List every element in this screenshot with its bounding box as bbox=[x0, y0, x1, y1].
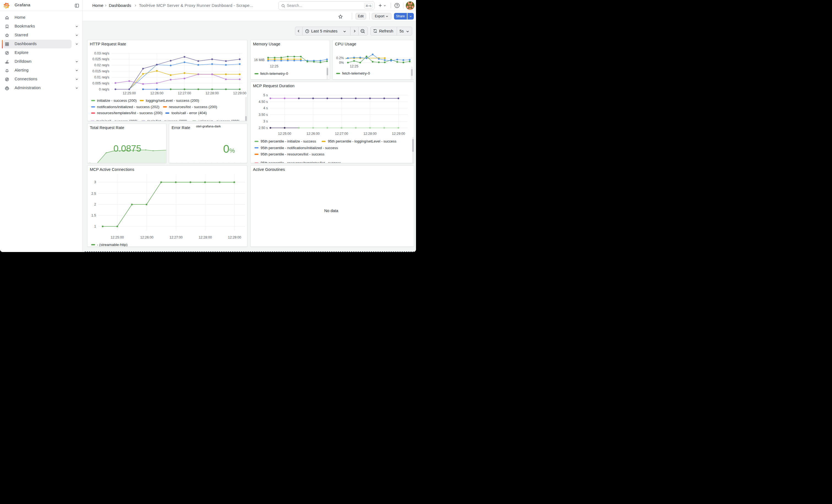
svg-text:initialize - success (200): initialize - success (200) bbox=[97, 99, 136, 103]
svg-text:No data: No data bbox=[324, 209, 338, 213]
svg-text:0.025 req/s: 0.025 req/s bbox=[92, 57, 109, 61]
svg-text:tools/call - error (404): tools/call - error (404) bbox=[172, 111, 207, 115]
svg-text:2: 2 bbox=[94, 203, 96, 206]
svg-text:fetch-telemetry-0: fetch-telemetry-0 bbox=[260, 72, 288, 76]
svg-text:12:28:00: 12:28:00 bbox=[363, 132, 376, 136]
svg-text:12:26:00: 12:26:00 bbox=[307, 132, 320, 136]
svg-text:0%: 0% bbox=[223, 142, 235, 155]
svg-text:12:26:00: 12:26:00 bbox=[140, 236, 153, 239]
svg-text:0.2%: 0.2% bbox=[336, 56, 344, 60]
svg-text:12:29:00: 12:29:00 bbox=[228, 236, 241, 239]
svg-text:12:27:00: 12:27:00 bbox=[170, 236, 183, 239]
svg-text:tools/list - success (200): tools/list - success (200) bbox=[147, 119, 187, 121]
svg-text:12:28:00: 12:28:00 bbox=[199, 236, 212, 239]
svg-text:12:27:00: 12:27:00 bbox=[178, 91, 191, 95]
svg-text:95th percentile - resources/li: 95th percentile - resources/list - succe… bbox=[261, 152, 324, 156]
svg-text:2.5: 2.5 bbox=[91, 192, 96, 195]
svg-text:0.01 req/s: 0.01 req/s bbox=[94, 75, 109, 79]
svg-text:12:27:00: 12:27:00 bbox=[335, 132, 348, 136]
svg-text:4 s: 4 s bbox=[263, 106, 268, 110]
svg-text:12:29:00: 12:29:00 bbox=[233, 91, 246, 95]
svg-text:0.02 req/s: 0.02 req/s bbox=[94, 63, 109, 67]
svg-text:fetch-telemetry-0: fetch-telemetry-0 bbox=[342, 71, 370, 75]
svg-text:95th percentile - logging/setL: 95th percentile - logging/setLevel - suc… bbox=[328, 139, 396, 143]
svg-text:3.50 s: 3.50 s bbox=[259, 113, 268, 117]
svg-text:resources/list - success (200): resources/list - success (200) bbox=[168, 105, 217, 109]
svg-text:logging/setLevel - success (20: logging/setLevel - success (200) bbox=[146, 99, 199, 103]
svg-text:otel-grafana-dark: otel-grafana-dark bbox=[196, 124, 220, 128]
svg-text:3: 3 bbox=[94, 180, 96, 184]
svg-text:0 req/s: 0 req/s bbox=[99, 87, 109, 91]
svg-text:0%: 0% bbox=[339, 61, 344, 65]
svg-text:2.50 s: 2.50 s bbox=[259, 126, 268, 130]
svg-text:12:25:00: 12:25:00 bbox=[111, 236, 124, 239]
svg-text:- (streamable-http): - (streamable-http) bbox=[97, 243, 127, 247]
svg-text:95th percentile - notification: 95th percentile - notifications/initiali… bbox=[261, 146, 338, 150]
svg-text:12:25:00: 12:25:00 bbox=[278, 132, 291, 136]
svg-text:12:25: 12:25 bbox=[270, 64, 279, 68]
svg-text:12:28:00: 12:28:00 bbox=[205, 91, 218, 95]
svg-text:12:29:00: 12:29:00 bbox=[392, 132, 405, 136]
svg-text:1: 1 bbox=[94, 224, 96, 228]
svg-text:0.005 req/s: 0.005 req/s bbox=[92, 81, 109, 85]
svg-text:tools/call - success (200): tools/call - success (200) bbox=[97, 119, 137, 121]
svg-text:5 s: 5 s bbox=[263, 93, 268, 97]
svg-text:12:25:00: 12:25:00 bbox=[123, 91, 136, 95]
svg-text:unknown - success (200): unknown - success (200) bbox=[198, 119, 239, 121]
svg-text:1.5: 1.5 bbox=[91, 213, 96, 217]
svg-text:3 s: 3 s bbox=[263, 120, 268, 123]
svg-text:95th percentile - resources/te: 95th percentile - resources/templates/li… bbox=[261, 161, 341, 163]
svg-text:12:26:00: 12:26:00 bbox=[150, 91, 163, 95]
svg-text:0.03 req/s: 0.03 req/s bbox=[94, 51, 109, 55]
svg-text:4.50 s: 4.50 s bbox=[259, 100, 268, 104]
svg-text:16 MiB: 16 MiB bbox=[254, 58, 264, 62]
svg-text:resources/templates/list - suc: resources/templates/list - success (200) bbox=[97, 111, 162, 115]
svg-text:0.0875: 0.0875 bbox=[113, 143, 141, 154]
svg-text:0.015 req/s: 0.015 req/s bbox=[92, 69, 109, 73]
svg-text:12:25: 12:25 bbox=[350, 64, 358, 68]
svg-text:notifications/initialized - su: notifications/initialized - success (202… bbox=[97, 105, 159, 109]
svg-text:95th percentile - initialize -: 95th percentile - initialize - success bbox=[261, 139, 316, 143]
